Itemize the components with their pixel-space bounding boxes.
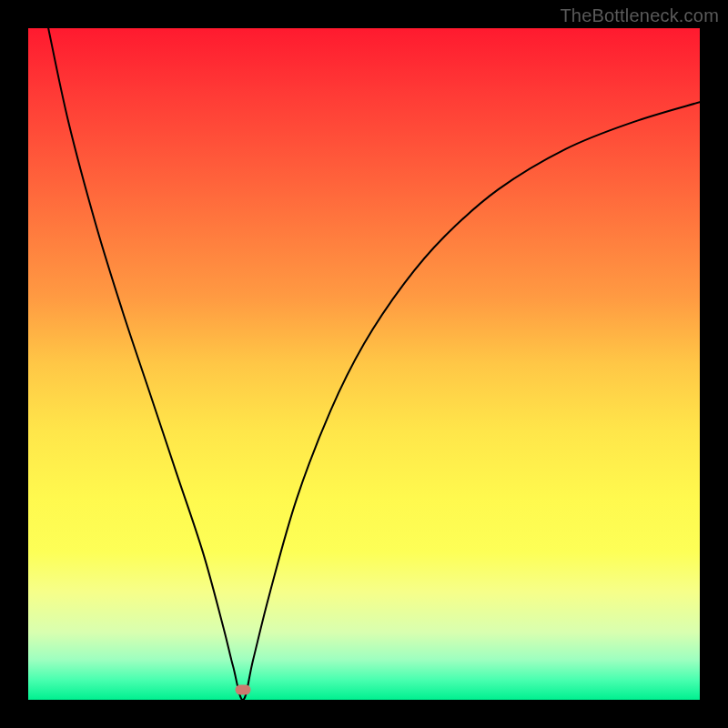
watermark-text: TheBottleneck.com: [560, 5, 719, 26]
bottleneck-curve: [48, 28, 700, 700]
chart-plot-area: [28, 28, 700, 700]
chart-curve-layer: [28, 28, 700, 700]
minimum-marker: [236, 684, 251, 694]
